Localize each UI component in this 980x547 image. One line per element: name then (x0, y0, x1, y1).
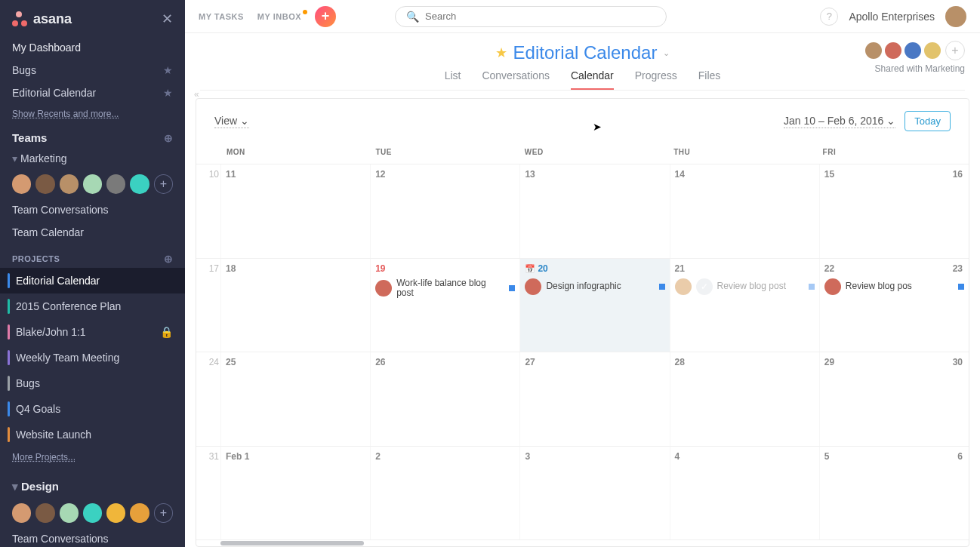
calendar-day[interactable]: 13 (519, 164, 669, 258)
tab-list[interactable]: List (445, 69, 461, 90)
calendar-task[interactable]: Work-life balance blog post (375, 278, 515, 300)
sidebar-team-design[interactable]: ▾Design (0, 475, 185, 499)
label: Marketing (20, 152, 66, 164)
project-item[interactable]: Editorial Calendar (0, 268, 185, 293)
calendar-day[interactable]: 12 (370, 164, 519, 258)
close-sidebar-icon[interactable]: ✕ (162, 11, 173, 27)
new-task-button[interactable]: + (315, 6, 336, 27)
org-name[interactable]: Apollo Enterprises (849, 11, 935, 23)
project-item[interactable]: Blake/John 1:1🔒 (0, 319, 185, 345)
avatar[interactable] (923, 41, 942, 60)
plus-icon[interactable]: ⊕ (164, 132, 173, 144)
scrollbar-thumb[interactable] (220, 541, 364, 545)
calendar-day[interactable]: 3 (519, 447, 669, 540)
star-icon[interactable]: ★ (163, 64, 173, 76)
calendar-task[interactable]: Review blog pos (824, 278, 964, 295)
label: Team Calendar (12, 226, 84, 238)
calendar-day[interactable]: 📅20Design infographic (519, 259, 669, 352)
calendar-day[interactable]: 18 (220, 259, 370, 352)
day-header: FRI (818, 143, 967, 164)
calendar-day[interactable]: 28 (670, 352, 819, 446)
calendar-day[interactable]: 4 (670, 447, 819, 540)
nav-my-tasks[interactable]: MY TASKS (199, 12, 244, 21)
sidebar-team-marketing[interactable]: ▾Marketing (0, 147, 185, 170)
avatar[interactable] (12, 503, 31, 523)
calendar-day[interactable]: 21✓Review blog post (670, 259, 819, 352)
avatar[interactable] (60, 174, 79, 194)
day-header: WED (520, 143, 669, 164)
calendar-day[interactable]: 19Work-life balance blog post (370, 259, 519, 352)
sidebar-item-team-calendar[interactable]: Team Calendar (0, 221, 185, 244)
view-dropdown[interactable]: View ⌄ (214, 115, 249, 128)
calendar-day[interactable]: 2930 (819, 352, 969, 446)
avatar[interactable] (883, 41, 903, 60)
avatar[interactable] (83, 174, 102, 194)
horizontal-scrollbar[interactable] (196, 540, 969, 546)
avatar[interactable] (130, 503, 149, 523)
day-number: 15 (824, 169, 834, 180)
project-item[interactable]: 2015 Conference Plan (0, 293, 185, 319)
tab-files[interactable]: Files (698, 69, 721, 90)
sidebar-link-recents[interactable]: Show Recents and more... (0, 104, 185, 124)
avatar[interactable] (12, 174, 31, 194)
calendar-day[interactable]: 14 (670, 164, 819, 258)
calendar-day[interactable]: 2 (370, 447, 519, 540)
sidebar-item-dashboard[interactable]: My Dashboard (0, 36, 185, 59)
nav-my-inbox[interactable]: MY INBOX (257, 12, 301, 21)
project-header: ★ Editorial Calendar ⌄ List Conversation… (185, 33, 980, 91)
calendar-day[interactable]: 1516 (819, 164, 969, 258)
add-member-button[interactable]: + (154, 503, 173, 523)
project-item[interactable]: Q4 Goals (0, 396, 185, 422)
chevron-down-icon[interactable]: ⌄ (663, 48, 670, 58)
calendar-day[interactable]: 25 (220, 352, 370, 446)
avatar[interactable] (106, 503, 125, 523)
add-collaborator-button[interactable]: + (945, 41, 965, 60)
calendar-task[interactable]: Design infographic (525, 278, 664, 295)
avatar[interactable] (903, 41, 923, 60)
tab-conversations[interactable]: Conversations (482, 69, 550, 90)
calendar-day[interactable]: 2223Review blog pos (819, 259, 969, 352)
calendar-day[interactable]: 26 (370, 352, 519, 446)
add-member-button[interactable]: + (154, 174, 173, 194)
user-avatar[interactable] (945, 6, 966, 27)
plus-icon[interactable]: ⊕ (164, 253, 174, 265)
tab-progress[interactable]: Progress (635, 69, 677, 90)
avatar[interactable] (864, 41, 883, 60)
help-icon[interactable]: ? (820, 8, 838, 26)
project-item[interactable]: Bugs (0, 370, 185, 396)
sidebar-item-bugs[interactable]: Bugs★ (0, 59, 185, 81)
calendar-day[interactable]: 27 (519, 352, 669, 446)
star-icon[interactable]: ★ (163, 87, 173, 99)
star-icon[interactable]: ★ (495, 45, 507, 61)
sidebar-item-editorial[interactable]: Editorial Calendar★ (0, 81, 185, 104)
expand-icon[interactable]: « (194, 89, 199, 100)
tab-calendar[interactable]: Calendar (571, 69, 614, 90)
calendar-day[interactable]: Feb 1 (220, 447, 370, 540)
date-range-dropdown[interactable]: Jan 10 – Feb 6, 2016 ⌄ (784, 115, 895, 128)
calendar-day[interactable]: 11 (220, 164, 370, 258)
sidebar-item-team-conversations[interactable]: Team Conversations (0, 198, 185, 221)
weeknum: 31 (196, 447, 220, 540)
avatar[interactable] (60, 503, 79, 523)
calendar-task[interactable]: ✓Review blog post (675, 278, 815, 295)
project-color-bar (8, 401, 10, 416)
avatar[interactable] (35, 174, 54, 194)
project-color-bar (8, 273, 10, 288)
avatar[interactable] (83, 503, 102, 523)
check-icon: ✓ (696, 278, 713, 295)
label: Bugs (12, 64, 36, 76)
weeknum: 24 (196, 352, 220, 446)
project-item[interactable]: Website Launch (0, 422, 185, 447)
avatar[interactable] (35, 503, 54, 523)
avatar[interactable] (130, 174, 149, 194)
logo[interactable]: asana (12, 11, 72, 27)
project-item[interactable]: Weekly Team Meeting (0, 345, 185, 370)
sidebar-link-more-projects[interactable]: More Projects... (0, 447, 185, 467)
sidebar-section-teams[interactable]: Teams⊕ (0, 124, 185, 147)
search-input[interactable] (425, 11, 655, 22)
avatar[interactable] (106, 174, 125, 194)
today-button[interactable]: Today (904, 111, 951, 131)
sidebar-item-design-conversations[interactable]: Team Conversations (0, 527, 185, 547)
calendar-day[interactable]: 56 (819, 447, 969, 540)
search-wrap[interactable]: 🔍 (395, 6, 667, 27)
